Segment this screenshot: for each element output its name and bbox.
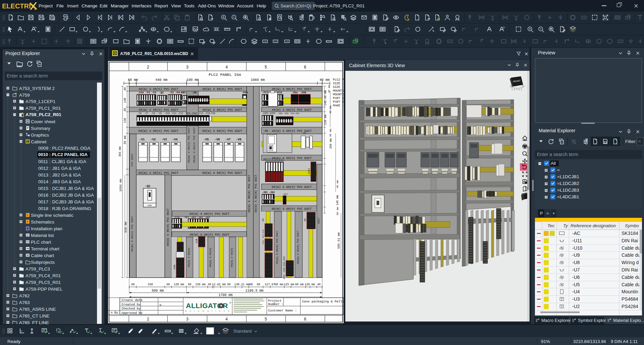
svg-text:40: 40 (123, 108, 127, 111)
svg-text:60(W) X 80(H) PVC DUCT: 60(W) X 80(H) PVC DUCT (272, 186, 312, 189)
svg-text:40 mm: 40 mm (329, 129, 332, 137)
svg-text:40: 40 (123, 87, 127, 91)
svg-text:-F7: -F7 (144, 112, 148, 115)
svg-text:40(W) X 80(H) PVC DUCT: 40(W) X 80(H) PVC DUCT (139, 88, 179, 91)
svg-text:40(W) X 80(H) PVC DUCT: 40(W) X 80(H) PVC DUCT (272, 108, 312, 112)
svg-text:-V1: -V1 (139, 138, 145, 141)
svg-text:-V4: -V4 (172, 138, 178, 141)
svg-text:130 mm: 130 mm (195, 283, 206, 286)
svg-text:Approved by: Approved by (121, 311, 143, 315)
svg-text:60(W) X 80(H) PVC DUCT: 60(W) X 80(H) PVC DUCT (131, 216, 134, 252)
svg-text:-V2: -V2 (150, 138, 156, 141)
svg-text:60: 60 (257, 283, 260, 286)
svg-text:60(W) X 80(H) PVC DUCT: 60(W) X 80(H) PVC DUCT (248, 175, 251, 212)
svg-text:60(W) X 80(H) PVC DUCT: 60(W) X 80(H) PVC DUCT (254, 175, 258, 212)
svg-text:-V8: -V8 (236, 138, 241, 141)
svg-text:1060 mm: 1060 mm (251, 78, 265, 82)
svg-text:-PSR: -PSR (242, 91, 248, 94)
svg-text:100 mm: 100 mm (187, 78, 199, 82)
svg-text:-F6: -F6 (138, 112, 142, 115)
svg-text:130 mm: 130 mm (174, 283, 184, 286)
svg-text:PVC DUCT: PVC DUCT (131, 154, 134, 167)
svg-text:Number :: Number : (268, 302, 284, 306)
svg-text:-F17: -F17 (262, 91, 268, 94)
svg-text:60(W) X 80(H) PVC DUCT: 60(W) X 80(H) PVC DUCT (193, 127, 196, 163)
svg-text:-X13 -X14-X15-X16: -X13 -X14-X15-X16 (283, 256, 286, 280)
svg-text:-SK3 -SK4 -SK5 -SK6: -SK3 -SK4 -SK5 -SK6 (183, 216, 210, 219)
svg-text:=: = (159, 304, 161, 307)
svg-text:-V6: -V6 (214, 138, 220, 141)
svg-text:919 mm: 919 mm (124, 222, 128, 233)
svg-text:oɑo: oɑo (148, 204, 152, 207)
svg-text:60(W) X 80(H) PVC DUCT: 60(W) X 80(H) PVC DUCT (139, 130, 179, 133)
svg-text:-X9: -X9 (262, 218, 264, 223)
svg-text:40(W) X 80(H) PVC DUCT: 40(W) X 80(H) PVC DUCT (272, 88, 312, 91)
svg-text:-F11: -F11 (171, 112, 177, 115)
svg-text:60: 60 (249, 283, 253, 286)
svg-text:-V5: -V5 (203, 138, 209, 141)
svg-text:-Q1: -Q1 (145, 185, 151, 188)
svg-text:40(W) X 80(H): 40(W) X 80(H) (209, 248, 212, 267)
svg-text:SIZE :: SIZE : (333, 86, 344, 89)
svg-text:-F13: -F13 (185, 112, 190, 115)
svg-text:-A1: -A1 (263, 129, 268, 132)
svg-text:-EZP1-EZP0: -EZP1-EZP0 (262, 112, 275, 115)
svg-text:6: 6 (304, 317, 306, 322)
svg-text:148.49 mm: 148.49 mm (324, 90, 327, 106)
svg-text:-A3: -A3 (302, 132, 306, 135)
svg-text:-X1A: -X1A (138, 91, 144, 94)
svg-text:-X8: -X8 (192, 91, 197, 94)
svg-text:3: 3 (186, 65, 188, 70)
svg-text:6: 6 (304, 65, 306, 70)
svg-text:60(W) X 80(H): 60(W) X 80(H) (188, 248, 190, 267)
svg-text:60: 60 (166, 283, 170, 286)
svg-text:PART C: PART C (333, 100, 344, 104)
svg-text:40: 40 (317, 283, 320, 286)
svg-text:200 mm: 200 mm (329, 139, 333, 149)
svg-text:60 mm: 60 mm (128, 78, 138, 82)
svg-text:5: 5 (264, 317, 267, 322)
svg-text:DUCT: DUCT (317, 217, 320, 224)
svg-text:140 mm: 140 mm (336, 195, 339, 206)
svg-text:5: 5 (264, 65, 267, 70)
svg-text:-F8: -F8 (151, 112, 155, 115)
svg-text:125 mm: 125 mm (284, 283, 294, 286)
svg-text:40 mm: 40 mm (329, 106, 332, 114)
svg-text:1700 mm: 1700 mm (218, 293, 233, 297)
svg-text:AI: AI (34, 9, 36, 11)
svg-text:-K1: -K1 (180, 91, 184, 94)
svg-text:-X101: -X101 (308, 168, 310, 175)
svg-text:PART C: PART C (333, 97, 344, 100)
svg-text:60(W) X 80(H) PVC DUCT: 60(W) X 80(H) PVC DUCT (139, 171, 179, 175)
svg-text:-X5a: -X5a (292, 91, 298, 94)
svg-text:-X6: -X6 (304, 218, 306, 223)
svg-text:60: 60 (227, 283, 231, 286)
svg-text:-F14: -F14 (191, 112, 197, 115)
svg-text:SIZE :: SIZE : (333, 82, 344, 85)
svg-text:60(W) X 80(H) PVC DUCT: 60(W) X 80(H) PVC DUCT (276, 231, 279, 264)
svg-text:250: 250 (148, 283, 153, 286)
svg-text:-X50 -X56 -X51-X52: -X50 -X56 -X51-X52 (278, 112, 299, 115)
svg-text:60(W) X 80(H) PVC DUCT: 60(W) X 80(H) PVC DUCT (202, 171, 242, 175)
svg-text:Create date: Create date (121, 298, 143, 302)
svg-text:F18: F18 (278, 91, 282, 94)
svg-text:60(W) X 80(H) PVC DUCT: 60(W) X 80(H) PVC DUCT (190, 212, 230, 216)
svg-text:60(W) X 80(H) PVC DUCT: 60(W) X 80(H) PVC DUCT (202, 130, 242, 133)
svg-text:3: 3 (186, 317, 188, 322)
svg-text:PLC2 P: PLC2 P (333, 78, 344, 82)
svg-text:-V3: -V3 (161, 138, 167, 141)
svg-text:-F15: -F15 (198, 112, 203, 115)
svg-text:MOUNTI: MOUNTI (333, 89, 344, 93)
svg-text:595.51 mm: 595.51 mm (337, 233, 341, 249)
svg-text:130 mm: 130 mm (305, 283, 315, 286)
svg-text:-X4A: -X4A (173, 264, 176, 270)
svg-text:2: 2 (147, 317, 149, 322)
svg-text:Case packaging & Palleti: Case packaging & Palleti (302, 300, 344, 303)
svg-text:60(W) X 80(H): 60(W) X 80(H) (231, 248, 233, 267)
svg-text:40 mm: 40 mm (328, 85, 331, 93)
svg-text:40: 40 (208, 283, 211, 286)
svg-text:305 mm: 305 mm (118, 147, 122, 157)
svg-text:60(W) X 80(H) PVC DUCT: 60(W) X 80(H) PVC DUCT (272, 207, 312, 211)
svg-text:60 mm: 60 mm (275, 283, 283, 286)
svg-text:-F9: -F9 (158, 112, 162, 115)
